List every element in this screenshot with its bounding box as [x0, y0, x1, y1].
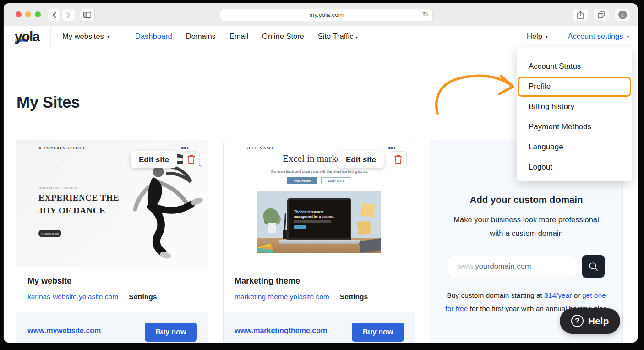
edit-site-button[interactable]: Edit site [338, 151, 384, 168]
preview-secondary-button: Learn more [321, 177, 351, 184]
domain-search-button[interactable] [582, 255, 605, 278]
preview-primary-button: Who we are [287, 177, 317, 184]
preview-heading: EXPERIENCE THEJOY OF DANCE [38, 191, 119, 217]
share-icon [577, 11, 584, 19]
site-title: My website [27, 276, 71, 286]
preview-nav-home: Home [387, 146, 395, 149]
chevron-down-icon: ▾ [355, 35, 358, 40]
sticky-note [360, 203, 375, 218]
profile-highlight-ring [518, 77, 631, 97]
tabs-button[interactable] [594, 9, 609, 21]
separator: - [333, 293, 336, 301]
promo-description: Make your business look more professiona… [430, 213, 622, 240]
settings-link[interactable]: Settings [340, 293, 368, 301]
nav-item-domains[interactable]: Domains [186, 32, 216, 41]
search-icon [589, 262, 598, 271]
settings-link[interactable]: Settings [129, 293, 157, 301]
subdomain-link[interactable]: marketing-theme.yolasite.com [235, 293, 329, 301]
page-title: My Sites [16, 93, 80, 111]
nav-item-site-traffic[interactable]: Site Traffic ▾ [318, 32, 358, 41]
delete-site-button[interactable] [390, 151, 407, 168]
address-bar[interactable]: my.yola.com ↻ [220, 9, 433, 21]
delete-site-button[interactable] [183, 151, 200, 168]
nav-item-dashboard[interactable]: Dashboard [135, 32, 172, 41]
menu-item-payment-methods[interactable]: Payment Methods [517, 117, 632, 137]
price-link[interactable]: $14/year [544, 291, 572, 299]
plant-pot [268, 223, 276, 233]
minimize-window-button[interactable] [25, 11, 31, 17]
tabs-icon [598, 11, 605, 18]
close-window-button[interactable] [16, 11, 22, 17]
menu-item-logout[interactable]: Logout [517, 157, 632, 177]
separator: - [122, 293, 125, 301]
site-card: ♛IMPERIA STUDIO Home INNOVATIVE STUDIOS … [16, 140, 208, 343]
nav-item-email[interactable]: Email [229, 32, 248, 41]
my-websites-label: My websites [62, 32, 104, 41]
trash-icon [187, 155, 196, 164]
get-one-free-link[interactable]: get one [582, 291, 606, 299]
promo-heading: Add your custom domain [430, 194, 622, 205]
chevron-down-icon: ▾ [546, 34, 548, 39]
edit-site-button[interactable]: Edit site [131, 151, 177, 168]
preview-eyebrow: INNOVATIVE STUDIOS [39, 186, 79, 190]
nav-links: Dashboard Domains Email Online Store Sit… [135, 32, 358, 41]
preview-heading: Excel in marketing [224, 153, 415, 164]
share-button[interactable] [573, 9, 588, 21]
laptop-photo: The best investment management for a bus… [257, 191, 381, 253]
site-preview-dance-theme: ♛IMPERIA STUDIO Home INNOVATIVE STUDIOS … [16, 140, 208, 267]
chevron-down-icon: ▾ [627, 34, 629, 39]
subdomain-link[interactable]: karinas-website.yolasite.com [27, 293, 118, 301]
browser-window: my.yola.com ↻ ↓ yola My websites ▾ [4, 3, 638, 343]
help-widget-button[interactable]: ? Help [560, 308, 620, 334]
browser-chrome: my.yola.com ↻ ↓ [4, 3, 638, 26]
chevron-left-icon [52, 12, 56, 18]
plant [263, 208, 279, 224]
pen [284, 213, 286, 230]
get-one-free-link[interactable]: for free [445, 305, 468, 312]
preview-subheading: Generate leads and close sales with the … [224, 170, 415, 174]
menu-item-account-status[interactable]: Account Status [517, 56, 632, 77]
my-websites-dropdown[interactable]: My websites ▾ [50, 26, 121, 47]
domain-suggestion-link[interactable]: www.marketingtheme.com [235, 327, 327, 335]
trash-icon [394, 155, 403, 164]
account-settings-label: Account settings [568, 32, 623, 41]
color-swatches [257, 245, 278, 252]
download-icon: ↓ [618, 11, 627, 19]
yola-logo[interactable]: yola [4, 26, 50, 47]
domain-search-input[interactable]: www.yourdomain.com [448, 256, 577, 277]
help-menu[interactable]: Help ▾ [527, 32, 548, 41]
help-widget-label: Help [588, 316, 609, 327]
downloads-button[interactable]: ↓ [615, 9, 630, 21]
account-settings-dropdown: Account Status Profile Billing history P… [517, 47, 632, 181]
laptop-screen-heading: The best investment management for a bus… [294, 210, 338, 219]
zoom-window-button[interactable] [35, 11, 41, 17]
sticky-note [357, 220, 371, 235]
domain-suggestion-link[interactable]: www.mywebsite.com [27, 327, 101, 335]
site-preview-marketing-theme: SITE NAME Home Excel in marketing Genera… [224, 140, 415, 267]
account-settings-menu[interactable]: Account settings ▾ [559, 26, 638, 47]
site-card: SITE NAME Home Excel in marketing Genera… [223, 140, 415, 343]
nav-item-online-store[interactable]: Online Store [262, 32, 304, 41]
laptop-base [279, 240, 360, 244]
preview-cta-button: Request a call [38, 230, 61, 237]
site-title: Marketing theme [235, 276, 300, 286]
url-text: my.yola.com [309, 11, 344, 18]
sidebar-toggle-button[interactable] [80, 9, 95, 21]
menu-item-language[interactable]: Language [517, 137, 632, 157]
help-menu-label: Help [527, 32, 542, 41]
chevron-down-icon: ▾ [107, 34, 109, 39]
forward-button[interactable] [62, 9, 75, 21]
buy-now-button[interactable]: Buy now [145, 323, 197, 342]
placeholder-prefix: www. [457, 262, 475, 271]
crown-icon: ♛ [38, 146, 42, 150]
back-button[interactable] [48, 9, 61, 21]
question-icon: ? [571, 315, 584, 327]
chevron-right-icon [66, 12, 71, 18]
buy-now-button[interactable]: Buy now [352, 323, 404, 342]
menu-item-billing-history[interactable]: Billing history [517, 97, 632, 117]
app-navbar: yola My websites ▾ Dashboard Domains Ema… [4, 26, 638, 47]
preview-brand: ♛IMPERIA STUDIO [38, 146, 85, 150]
yola-logo-text: yola [15, 29, 39, 44]
laptop-screen: The best investment management for a bus… [287, 198, 351, 240]
refresh-icon[interactable]: ↻ [422, 11, 428, 19]
